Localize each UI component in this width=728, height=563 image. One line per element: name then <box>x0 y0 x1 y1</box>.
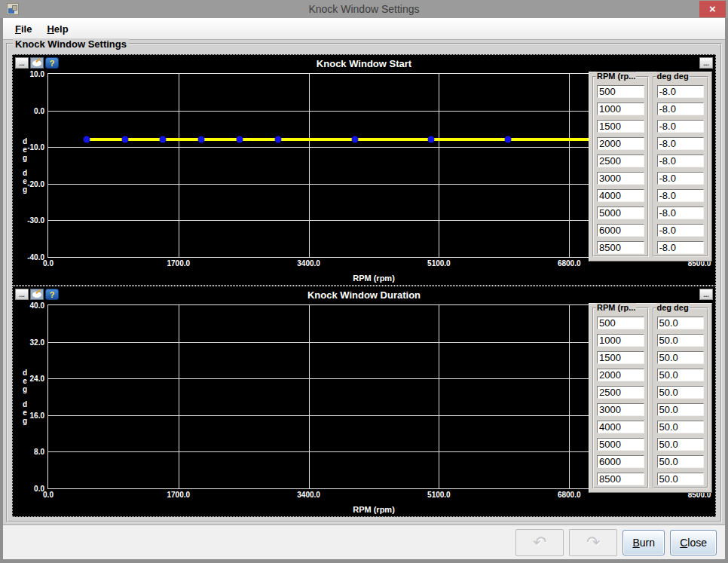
rpm-input[interactable] <box>597 386 644 399</box>
data-point[interactable] <box>121 136 128 143</box>
deg-input[interactable] <box>657 334 705 347</box>
annotate-icon[interactable] <box>30 289 44 300</box>
y-axis-label-char: g <box>23 385 27 393</box>
deg-column-header: deg deg <box>656 303 690 312</box>
chart-more-button[interactable]: ... <box>699 57 713 69</box>
data-point[interactable] <box>351 136 358 143</box>
deg-input[interactable] <box>657 85 705 98</box>
rpm-input[interactable] <box>597 473 644 485</box>
close-button[interactable]: Close <box>670 530 717 555</box>
x-tick-label: 0.0 <box>43 259 54 268</box>
rpm-input[interactable] <box>597 438 644 451</box>
rpm-input[interactable] <box>597 189 644 202</box>
data-point[interactable] <box>428 136 435 143</box>
data-point[interactable] <box>160 136 167 143</box>
series-line <box>278 138 355 141</box>
chart-options-button[interactable]: ... <box>15 57 29 69</box>
undo-button[interactable]: ↶ <box>515 529 564 556</box>
deg-input[interactable] <box>657 241 705 254</box>
gridline <box>439 74 439 257</box>
deg-input[interactable] <box>657 317 705 329</box>
menu-help[interactable]: Help <box>41 21 74 37</box>
deg-input[interactable] <box>657 155 705 167</box>
deg-input[interactable] <box>657 120 705 133</box>
group-title: Knock Window Settings <box>13 38 129 50</box>
deg-input[interactable] <box>657 137 705 150</box>
close-label: Close <box>680 537 707 549</box>
data-point[interactable] <box>198 136 205 143</box>
rpm-input[interactable] <box>597 103 644 115</box>
rpm-input[interactable] <box>597 455 644 468</box>
deg-input[interactable] <box>657 386 705 399</box>
rpm-column-header: RPM (rp... <box>596 72 636 81</box>
y-axis-label: degdeg <box>19 304 31 489</box>
rpm-input[interactable] <box>597 224 644 237</box>
rpm-input[interactable] <box>597 421 644 433</box>
rpm-input[interactable] <box>597 120 644 133</box>
deg-column-header: deg deg <box>656 72 690 81</box>
burn-button[interactable]: Burn <box>622 530 665 555</box>
y-tick-label: 0.0 <box>17 485 44 493</box>
rpm-input[interactable] <box>597 85 644 98</box>
chart-knock-window-start: ... ? Knock Window Start ... degdeg 0.01… <box>12 54 716 286</box>
series-line <box>431 138 508 141</box>
deg-input[interactable] <box>657 421 705 433</box>
deg-input[interactable] <box>657 103 705 115</box>
y-tick-label: -10.0 <box>17 143 44 151</box>
deg-input[interactable] <box>657 369 705 381</box>
x-axis-label: RPM (rpm) <box>47 505 700 514</box>
rpm-input[interactable] <box>597 155 644 167</box>
help-icon[interactable]: ? <box>45 289 59 300</box>
rpm-column-group: RPM (rp... <box>592 308 649 488</box>
deg-input[interactable] <box>657 224 705 237</box>
data-point[interactable] <box>504 136 511 143</box>
rpm-input[interactable] <box>597 351 644 364</box>
deg-input[interactable] <box>657 473 705 485</box>
rpm-input[interactable] <box>597 172 644 185</box>
gridline <box>179 305 179 488</box>
rpm-input[interactable] <box>597 137 644 150</box>
deg-input[interactable] <box>657 207 705 219</box>
menu-bar: File Help <box>3 18 725 40</box>
data-point[interactable] <box>83 136 90 143</box>
rpm-input[interactable] <box>597 207 644 219</box>
rpm-column-group: RPM (rp... <box>592 76 649 257</box>
deg-input[interactable] <box>657 351 705 364</box>
gridline <box>309 305 310 488</box>
deg-input[interactable] <box>657 189 705 202</box>
menu-file[interactable]: File <box>9 21 38 37</box>
x-tick-label: 0.0 <box>43 491 54 499</box>
deg-input[interactable] <box>657 403 705 416</box>
series-line <box>125 138 164 141</box>
charts-stack: ... ? Knock Window Start ... degdeg 0.01… <box>12 54 716 517</box>
rpm-input[interactable] <box>597 317 644 329</box>
y-tick-label: -30.0 <box>17 216 44 225</box>
annotate-icon[interactable] <box>30 57 44 69</box>
data-point[interactable] <box>274 136 281 143</box>
data-point[interactable] <box>237 136 243 143</box>
deg-input[interactable] <box>657 172 705 185</box>
chart-knock-window-duration: ... ? Knock Window Duration ... degdeg 0… <box>12 286 716 517</box>
rpm-input[interactable] <box>597 403 644 416</box>
value-table-panel: RPM (rp... deg deg <box>589 303 712 493</box>
x-tick-label: 1700.0 <box>167 259 191 268</box>
chart-more-button[interactable]: ... <box>699 289 713 300</box>
window-title: Knock Window Settings <box>0 3 728 15</box>
rpm-input[interactable] <box>597 241 644 254</box>
chart-options-button[interactable]: ... <box>15 289 29 300</box>
close-window-button[interactable]: × <box>699 1 726 17</box>
knock-window-settings-group: Knock Window Settings ... ? Knock Window… <box>6 43 722 522</box>
help-icon[interactable]: ? <box>45 57 59 69</box>
deg-input[interactable] <box>657 455 705 468</box>
deg-column-group: deg deg <box>653 308 709 488</box>
deg-input[interactable] <box>657 438 705 451</box>
series-line <box>355 138 432 141</box>
rpm-input[interactable] <box>597 334 644 347</box>
gridline <box>179 74 179 257</box>
rpm-input[interactable] <box>597 369 644 381</box>
x-axis-label: RPM (rpm) <box>47 274 700 283</box>
y-tick-label: 24.0 <box>17 375 44 383</box>
button-bar: ↶ ↷ Burn Close <box>3 525 725 559</box>
x-tick-label: 3400.0 <box>297 491 320 499</box>
redo-button[interactable]: ↷ <box>569 529 617 556</box>
